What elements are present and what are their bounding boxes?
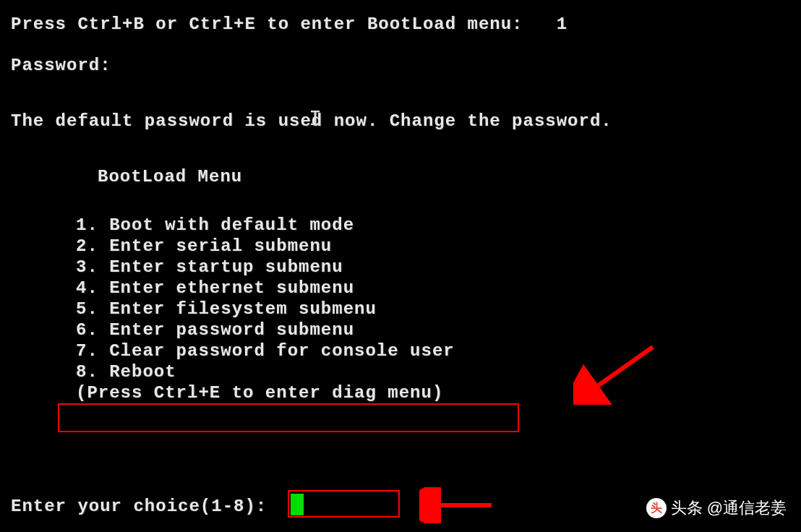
menu-item-5[interactable]: 5. Enter filesystem submenu: [11, 299, 790, 319]
svg-line-1: [591, 347, 653, 390]
default-password-message: The default password is used now. Change…: [11, 111, 790, 131]
menu-item-2[interactable]: 2. Enter serial submenu: [11, 236, 790, 256]
menu-item-3[interactable]: 3. Enter startup submenu: [11, 257, 790, 277]
menu-item-4[interactable]: 4. Enter ethernet submenu: [11, 278, 790, 298]
bootload-prompt: Press Ctrl+B or Ctrl+E to enter BootLoad…: [11, 14, 790, 34]
arrow-annotation-icon: [573, 340, 660, 405]
terminal-cursor[interactable]: [291, 494, 304, 515]
watermark-logo-icon: 头: [646, 498, 667, 518]
watermark: 头 头条 @通信老姜: [646, 497, 787, 519]
menu-hint: (Press Ctrl+E to enter diag menu): [11, 383, 790, 403]
menu-item-8[interactable]: 8. Reboot: [11, 362, 790, 382]
highlight-box-annotation: [58, 403, 519, 432]
menu-title: BootLoad Menu: [11, 167, 790, 186]
arrow-annotation-icon: [419, 487, 499, 523]
watermark-handle: @通信老姜: [707, 497, 787, 519]
menu-item-6[interactable]: 6. Enter password submenu: [11, 320, 790, 340]
choice-prompt: Enter your choice(1-8):: [11, 497, 267, 516]
password-label: Password:: [11, 56, 790, 75]
watermark-prefix: 头条: [671, 497, 703, 519]
text-cursor-icon: I: [309, 107, 322, 132]
menu-item-1[interactable]: 1. Boot with default mode: [11, 215, 790, 235]
menu-item-7[interactable]: 7. Clear password for console user: [11, 341, 790, 361]
cursor-box-annotation: [288, 490, 400, 518]
